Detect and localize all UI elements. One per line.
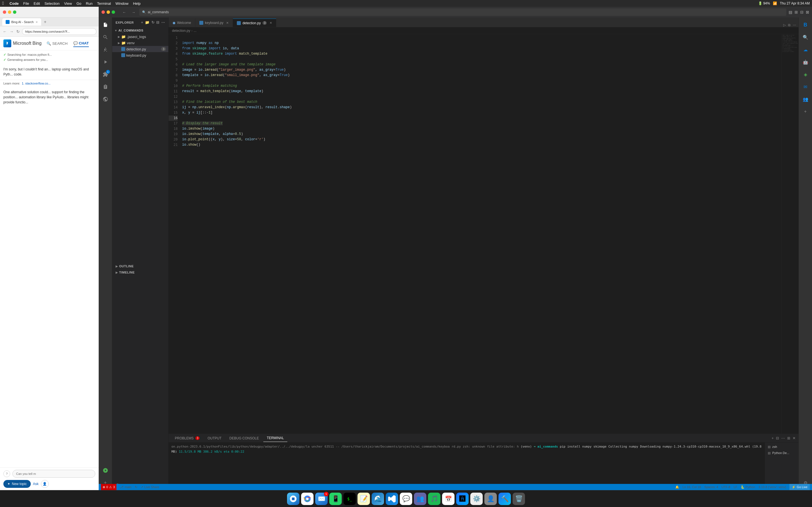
line-numbers: 1234 5678 9101112 131415 16 1718192021 [168, 34, 180, 253]
python-file-icon-detection [121, 47, 125, 51]
new-file-icon[interactable]: + [141, 20, 143, 24]
bing-name: Microsoft Bing [13, 41, 42, 46]
tab-detection-py[interactable]: detection.py 3 ✕ [233, 18, 276, 27]
vscode-titlebar: ← → 🔍 ai_commands ▤ ⊞ ⊟ ⊠ [99, 7, 406, 17]
explorer-header: EXPLORER + 📁 ↻ ⊟ ⋯ [112, 17, 168, 27]
menu-terminal[interactable]: Terminal [97, 1, 111, 6]
menu-code[interactable]: Code [10, 1, 19, 6]
explorer-root-folder[interactable]: ▼ AI_COMMANDS [112, 27, 168, 34]
refresh-explorer-icon[interactable]: ↻ [151, 20, 155, 24]
sidebar-explorer: EXPLORER + 📁 ↻ ⊟ ⋯ ▼ AI_COMMANDS ▶ 📁 .ja… [112, 17, 168, 253]
new-tab-button[interactable]: + [42, 19, 48, 24]
bing-message-1: I'm sorry, but I couldn't find an... lap… [0, 64, 99, 80]
keyboard-tab-label: keyboard.py [205, 21, 223, 25]
tab-welcome[interactable]: ◉ Welcome [168, 18, 195, 27]
learn-more-section: Learn more: 1. stackoverflow.co... [0, 80, 99, 87]
browser-addressbar: ← → ↻ https://www.bing.com/search?f... [0, 26, 99, 37]
vscode-nav: ← → [121, 10, 137, 15]
check-icon-1: ✓ [3, 53, 6, 57]
bing-message-2: One alternative solution could... suppor… [0, 87, 99, 108]
tab-keyboard-py[interactable]: keyboard.py ✕ [195, 18, 233, 27]
source-control-activity-icon[interactable] [100, 45, 110, 55]
nav-search[interactable]: 🔍 SEARCH [47, 40, 67, 47]
search-nav-icon: 🔍 [47, 41, 51, 46]
browser-tabs: Bing AI - Search ✕ + [0, 17, 99, 26]
extensions-activity-icon[interactable]: 1 [100, 69, 110, 79]
keyboard-py-name: keyboard.py [126, 53, 146, 57]
search-activity-icon[interactable] [100, 32, 110, 42]
more-actions-icon[interactable]: ⋯ [161, 20, 165, 24]
collapse-all-icon[interactable]: ⊟ [156, 20, 160, 24]
root-folder-name: AI_COMMANDS [118, 29, 144, 32]
detection-py-file[interactable]: detection.py 3 [112, 46, 168, 52]
vscode-forward-button[interactable]: → [130, 10, 137, 15]
keyboard-tab-close[interactable]: ✕ [226, 21, 229, 25]
bing-content: Microsoft Bing 🔍 SEARCH 💬 CHAT ✓ Searchi… [0, 37, 99, 253]
menu-selection[interactable]: Selection [45, 1, 59, 6]
apple-menu[interactable]:  [2, 1, 4, 6]
remote-activity-icon[interactable] [100, 94, 110, 104]
folder-icon-venv: 📁 [121, 41, 126, 45]
code-content[interactable]: import numpy as np from skimage import i… [180, 34, 406, 253]
new-folder-icon[interactable]: 📁 [145, 20, 150, 24]
traffic-lights [3, 10, 16, 14]
run-activity-icon[interactable] [100, 57, 110, 67]
menu-run[interactable]: Run [86, 1, 93, 6]
back-button[interactable]: ← [2, 29, 7, 34]
vscode-url-bar[interactable]: 🔍 ai_commands [139, 8, 406, 16]
detection-tab-icon [237, 21, 241, 25]
bing-message-1-text: I'm sorry, but I couldn't find an... lap… [3, 67, 89, 76]
venv-folder[interactable]: ▶ 📁 venv [112, 40, 168, 46]
vscode-main: 1 + EXPLORER [99, 17, 406, 253]
check-icon-2: ✓ [3, 58, 6, 62]
explorer-activity-icon[interactable] [100, 20, 110, 30]
menu-help[interactable]: Help [133, 1, 141, 6]
browser-tab-close[interactable]: ✕ [36, 20, 38, 24]
sidebar-actions: + 📁 ↻ ⊟ ⋯ [141, 20, 165, 24]
editor-area: ◉ Welcome keyboard.py ✕ detection.py 3 ✕… [168, 17, 406, 253]
breadcrumb: detection.py › ... [168, 27, 406, 34]
detection-py-badge: 3 [161, 47, 166, 51]
keyboard-py-file[interactable]: keyboard.py [112, 52, 168, 58]
url-bar-text: ai_commands [148, 10, 169, 14]
explorer-title: EXPLORER [116, 21, 134, 24]
jaseci-chevron-icon: ▶ [118, 35, 120, 38]
menu-file[interactable]: File [23, 1, 29, 6]
detection-py-name: detection.py [126, 47, 146, 51]
nav-chat[interactable]: 💬 CHAT [73, 40, 89, 47]
breadcrumb-symbol[interactable]: ... [194, 29, 197, 33]
testing-activity-icon[interactable] [100, 82, 110, 92]
menu-window[interactable]: Window [115, 1, 128, 6]
vscode-maximize-button[interactable] [112, 10, 115, 14]
search-nav-label: SEARCH [52, 41, 67, 46]
browser-tab-title: Bing AI - Search [11, 20, 34, 24]
jaseci-folder-name: .jaseci_logs [127, 35, 146, 39]
breadcrumb-file[interactable]: detection.py [172, 29, 190, 33]
detection-tab-close[interactable]: ✕ [269, 21, 272, 25]
vscode-close-button[interactable] [101, 10, 105, 14]
address-field[interactable]: https://www.bing.com/search?f... [22, 28, 96, 35]
forward-button[interactable]: → [9, 29, 14, 34]
detection-tab-label: detection.py [243, 21, 261, 25]
menu-go[interactable]: Go [77, 1, 81, 6]
keyboard-tab-icon [199, 21, 203, 25]
vscode-minimize-button[interactable] [107, 10, 110, 14]
python-file-icon-keyboard [121, 53, 125, 57]
jaseci-logs-folder[interactable]: ▶ 📁 .jaseci_logs [112, 34, 168, 40]
minimize-window-button[interactable] [8, 10, 11, 14]
refresh-button[interactable]: ↻ [16, 29, 20, 34]
menu-view[interactable]: View [64, 1, 72, 6]
vscode-traffic-lights [101, 10, 115, 14]
welcome-tab-label: Welcome [177, 21, 191, 25]
learn-more-link-1[interactable]: 1. stackoverflow.co... [22, 82, 50, 85]
menu-edit[interactable]: Edit [34, 1, 40, 6]
maximize-window-button[interactable] [13, 10, 16, 14]
bing-logo-icon [3, 40, 11, 47]
vscode-back-button[interactable]: ← [121, 10, 128, 15]
url-search-icon: 🔍 [142, 10, 146, 14]
browser-window: Bing AI - Search ✕ + ← → ↻ https://www.b… [0, 7, 99, 253]
code-editor-container: 1234 5678 9101112 131415 16 1718192021 i… [168, 34, 406, 253]
browser-tab-bing[interactable]: Bing AI - Search ✕ [2, 18, 41, 25]
url-text: https://www.bing.com/search?f... [25, 30, 70, 33]
close-window-button[interactable] [3, 10, 6, 14]
